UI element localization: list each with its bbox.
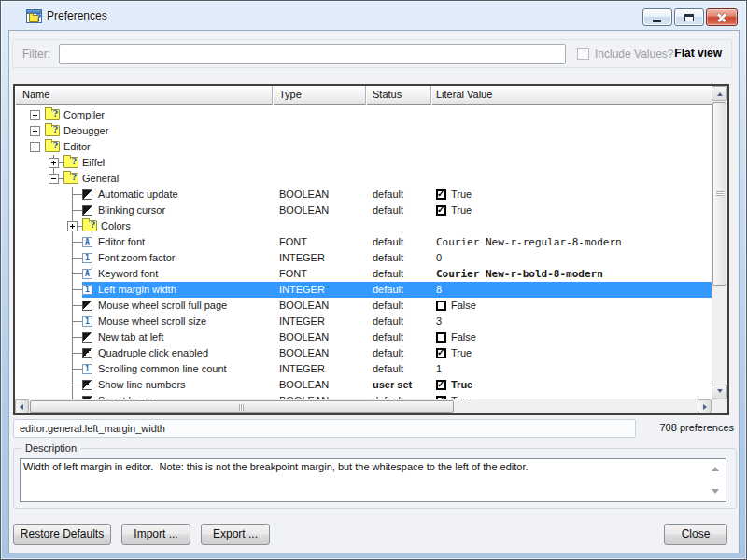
expand-icon[interactable] xyxy=(67,221,78,231)
preference-type: INTEGER xyxy=(279,361,371,377)
table-row[interactable]: Show line numbersBOOLEANuser set✓True xyxy=(15,377,712,393)
close-dialog-button[interactable]: Close xyxy=(664,524,727,545)
tree-guide xyxy=(45,393,63,399)
scrollbar-corner xyxy=(712,399,727,413)
preference-status: default xyxy=(373,187,434,203)
table-row[interactable]: Smart homeBOOLEANdefault✓True xyxy=(15,393,712,399)
column-header-name[interactable]: Name xyxy=(15,86,273,105)
table-row[interactable]: ?Compiler xyxy=(15,107,712,123)
tree-guide xyxy=(45,282,63,298)
table-row[interactable]: Blinking cursorBOOLEANdefault✓True xyxy=(15,203,712,218)
include-values-checkbox[interactable] xyxy=(577,48,589,60)
preference-value xyxy=(436,171,712,187)
scroll-left-button[interactable] xyxy=(15,399,29,413)
export-button[interactable]: Export ... xyxy=(201,524,270,545)
scroll-right-button[interactable] xyxy=(698,399,712,413)
tree-guide xyxy=(26,266,45,282)
table-row[interactable]: New tab at leftBOOLEANdefaultFalse xyxy=(15,329,712,345)
preference-value: 3 xyxy=(436,314,712,329)
maximize-button[interactable] xyxy=(674,8,704,26)
column-header-literal[interactable]: Literal Value xyxy=(431,86,712,105)
close-button[interactable] xyxy=(706,8,738,26)
table-row[interactable]: ?General xyxy=(15,171,712,187)
preference-count: 708 preferences xyxy=(660,422,735,433)
preference-type: BOOLEAN xyxy=(279,187,371,203)
description-label: Description xyxy=(21,442,80,454)
preference-status: default xyxy=(373,329,434,345)
titlebar[interactable]: ? Preferences xyxy=(1,1,746,30)
expand-icon[interactable] xyxy=(30,126,40,136)
table-row[interactable]: 1Mouse wheel scroll sizeINTEGERdefault3 xyxy=(15,314,712,329)
collapse-icon[interactable] xyxy=(30,142,40,152)
vertical-scrollbar-thumb[interactable] xyxy=(712,102,726,286)
preference-name: Mouse wheel scroll size xyxy=(98,314,206,329)
table-row[interactable]: Automatic updateBOOLEANdefault✓True xyxy=(15,187,712,203)
collapse-icon[interactable] xyxy=(49,174,59,184)
table-row[interactable]: Quadruple click enabledBOOLEANdefault✓Tr… xyxy=(15,345,712,361)
scroll-up-button[interactable] xyxy=(712,86,727,101)
tree-rows: ?Compiler?Debugger?Editor?Eiffel?General… xyxy=(15,105,712,399)
checked-checkbox-icon[interactable]: ✓ xyxy=(436,348,446,358)
description-group: Description Width of left margin in edit… xyxy=(13,448,737,509)
table-row[interactable]: 1Left margin widthINTEGERdefault8 xyxy=(15,282,712,298)
restore-defaults-button[interactable]: Restore Defaults xyxy=(13,524,111,545)
checked-checkbox-icon[interactable]: ✓ xyxy=(436,189,446,200)
boolean-icon xyxy=(82,348,92,358)
preference-value: 8 xyxy=(436,282,712,298)
table-row[interactable]: AEditor fontFONTdefaultCourier New-r-reg… xyxy=(15,234,712,250)
preference-status: default xyxy=(373,298,434,314)
preference-status: user set xyxy=(373,377,434,393)
scroll-down-button[interactable] xyxy=(712,385,727,399)
unchecked-checkbox-icon[interactable] xyxy=(436,332,446,343)
preference-name: Automatic update xyxy=(98,187,178,203)
import-button[interactable]: Import ... xyxy=(121,524,190,545)
tree-guide xyxy=(45,329,63,345)
preference-value: 0 xyxy=(436,250,712,266)
tree-guide xyxy=(26,314,45,329)
preference-type xyxy=(279,107,371,123)
tree-guide xyxy=(63,282,82,298)
preference-name: Quadruple click enabled xyxy=(98,345,208,361)
preference-value: ✓True xyxy=(436,393,712,399)
horizontal-scrollbar[interactable] xyxy=(15,399,712,413)
unchecked-checkbox-icon[interactable] xyxy=(436,301,446,311)
tree-guide xyxy=(45,218,63,234)
description-scroll-up-icon[interactable] xyxy=(712,467,719,471)
tree-guide xyxy=(26,377,45,393)
tree-guide xyxy=(63,345,82,361)
preference-name: New tab at left xyxy=(98,329,163,345)
preference-type xyxy=(279,139,371,155)
table-row[interactable]: AKeyword fontFONTdefaultCourier New-r-bo… xyxy=(15,266,712,282)
table-row[interactable]: 1Font zoom factorINTEGERdefault0 xyxy=(15,250,712,266)
boolean-icon xyxy=(82,205,92,216)
column-header-status[interactable]: Status xyxy=(366,86,431,105)
checked-checkbox-icon[interactable]: ✓ xyxy=(436,205,446,216)
boolean-icon xyxy=(82,380,92,390)
selected-preference-path: editor.general.left_margin_width xyxy=(13,419,636,438)
description-box[interactable]: Width of left margin in editor. Note: th… xyxy=(20,458,726,502)
vertical-scrollbar[interactable] xyxy=(712,86,727,399)
expand-icon[interactable] xyxy=(30,110,40,120)
column-header-type[interactable]: Type xyxy=(273,86,366,105)
tree-guide xyxy=(26,171,45,187)
minimize-button[interactable] xyxy=(642,8,672,26)
table-row[interactable]: ?Debugger xyxy=(15,123,712,139)
preference-status: default xyxy=(373,234,434,250)
table-row[interactable]: ?Colors xyxy=(15,218,712,234)
table-row[interactable]: 1Scrolling common line countINTEGERdefau… xyxy=(15,361,712,377)
table-row[interactable]: ?Eiffel xyxy=(15,155,712,171)
checked-checkbox-icon[interactable]: ✓ xyxy=(436,380,446,390)
tree-guide xyxy=(45,298,63,314)
preference-type: FONT xyxy=(279,266,371,282)
flat-view-toggle[interactable]: Flat view xyxy=(674,47,722,60)
expand-icon[interactable] xyxy=(49,158,59,168)
preference-type: INTEGER xyxy=(279,250,371,266)
description-scroll-down-icon[interactable] xyxy=(712,489,719,494)
table-row[interactable]: ?Editor xyxy=(15,139,712,155)
horizontal-scrollbar-thumb[interactable] xyxy=(30,400,454,413)
table-row[interactable]: Mouse wheel scroll full pageBOOLEANdefau… xyxy=(15,298,712,314)
preference-status xyxy=(373,218,434,234)
tree-guide xyxy=(45,155,63,171)
filter-input[interactable] xyxy=(59,44,566,64)
preference-status: default xyxy=(373,282,434,298)
